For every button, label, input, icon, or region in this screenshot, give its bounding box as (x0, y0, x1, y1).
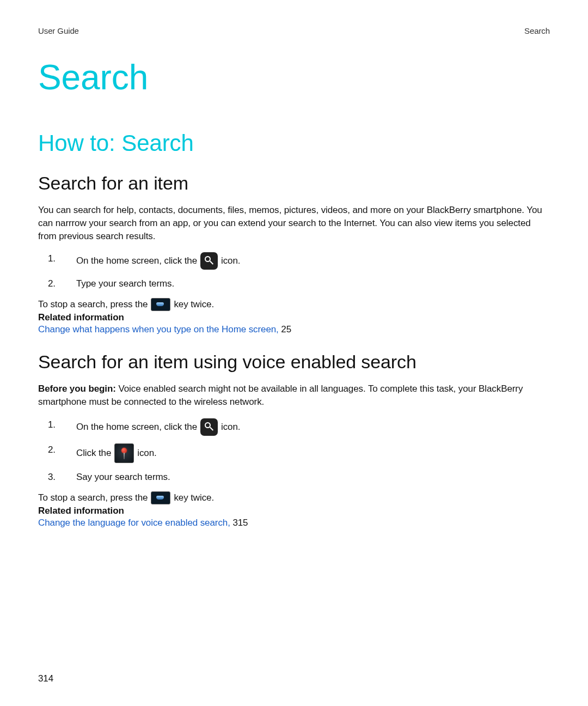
stop-text-pre: To stop a search, press the (38, 299, 148, 310)
running-header: User Guide Search (38, 26, 550, 35)
topic-intro: You can search for help, contacts, docum… (38, 204, 550, 242)
topic-intro: Before you begin: Voice enabled search m… (38, 382, 550, 409)
stop-text-post: key twice. (174, 492, 214, 503)
stop-text-pre: To stop a search, press the (38, 492, 148, 503)
header-left: User Guide (38, 26, 79, 35)
related-page-ref: 315 (232, 518, 248, 528)
stop-instruction: To stop a search, press the key twice. (38, 298, 550, 311)
step-item: Type your search terms. (38, 277, 550, 290)
related-info-heading: Related information (38, 312, 550, 323)
section-title: How to: Search (38, 130, 550, 156)
step-text-post: icon. (221, 421, 240, 434)
related-info-line: Change the language for voice enabled se… (38, 518, 550, 528)
page-number: 314 (38, 673, 53, 684)
document-page: User Guide Search Search How to: Search … (0, 0, 588, 706)
end-call-key-icon (151, 298, 170, 311)
before-you-begin-label: Before you begin: (38, 384, 116, 394)
related-link[interactable]: Change what happens when you type on the… (38, 324, 279, 334)
step-text-pre: Click the (76, 447, 111, 460)
related-info-heading: Related information (38, 506, 550, 516)
step-item: Say your search terms. (38, 471, 550, 484)
search-icon (200, 418, 218, 436)
step-text-pre: On the home screen, click the (76, 421, 197, 434)
stop-instruction: To stop a search, press the key twice. (38, 491, 550, 504)
end-call-key-icon (151, 491, 170, 504)
step-text-pre: Say your search terms. (76, 471, 170, 484)
search-icon (200, 252, 218, 270)
step-item: On the home screen, click the icon. (38, 252, 550, 270)
header-right: Search (524, 26, 550, 35)
step-list: On the home screen, click the icon. Clic… (38, 418, 550, 484)
step-text-pre: Type your search terms. (76, 277, 174, 290)
step-item: Click the icon. (38, 443, 550, 463)
related-info-line: Change what happens when you type on the… (38, 324, 550, 335)
related-page-ref: 25 (281, 324, 291, 334)
step-text-pre: On the home screen, click the (76, 254, 197, 267)
step-text-post: icon. (137, 447, 156, 460)
topic-heading: Search for an item (38, 173, 550, 194)
step-text-post: icon. (221, 254, 240, 267)
stop-text-post: key twice. (174, 299, 214, 310)
related-link[interactable]: Change the language for voice enabled se… (38, 518, 230, 528)
step-list: On the home screen, click the icon. Type… (38, 252, 550, 290)
topic-heading: Search for an item using voice enabled s… (38, 351, 550, 373)
chapter-title: Search (38, 57, 550, 98)
step-item: On the home screen, click the icon. (38, 418, 550, 436)
voice-search-icon (114, 443, 134, 463)
